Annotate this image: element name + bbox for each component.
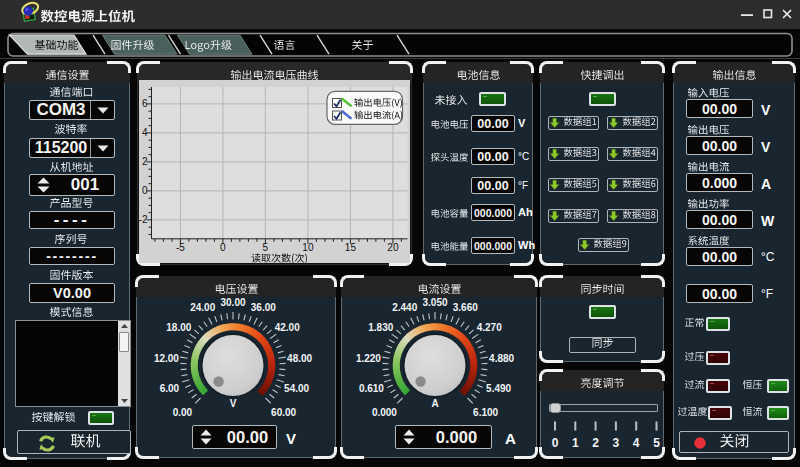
svg-text:3: 3 <box>613 436 620 450</box>
svg-text:0.610: 0.610 <box>359 383 384 394</box>
svg-text:A: A <box>431 398 438 409</box>
svg-text:30.00: 30.00 <box>220 297 245 308</box>
svg-text:0: 0 <box>552 436 559 450</box>
svg-text:20: 20 <box>387 242 399 253</box>
svg-text:5.490: 5.490 <box>486 383 511 394</box>
svg-text:5: 5 <box>653 436 660 450</box>
svg-text:12.00: 12.00 <box>154 353 179 364</box>
svg-text:V: V <box>230 398 237 409</box>
svg-text:2: 2 <box>142 156 148 167</box>
svg-text:1.830: 1.830 <box>368 322 393 333</box>
svg-text:0.000: 0.000 <box>372 407 397 418</box>
svg-text:4.880: 4.880 <box>489 353 514 364</box>
svg-text:15: 15 <box>345 242 357 253</box>
svg-text:36.00: 36.00 <box>251 302 276 313</box>
svg-text:6: 6 <box>142 98 148 109</box>
svg-text:4: 4 <box>633 436 640 450</box>
svg-text:42.00: 42.00 <box>275 322 300 333</box>
svg-text:54.00: 54.00 <box>284 383 309 394</box>
svg-text:2: 2 <box>592 436 599 450</box>
svg-text:-2: -2 <box>139 214 148 225</box>
svg-text:60.00: 60.00 <box>271 407 296 418</box>
svg-text:2.440: 2.440 <box>392 302 417 313</box>
svg-text:10: 10 <box>302 242 314 253</box>
svg-text:24.00: 24.00 <box>190 302 215 313</box>
svg-text:-5: -5 <box>176 242 185 253</box>
svg-text:5: 5 <box>263 242 269 253</box>
svg-text:3.660: 3.660 <box>453 302 478 313</box>
svg-text:0: 0 <box>220 242 226 253</box>
svg-text:0.00: 0.00 <box>173 407 193 418</box>
svg-text:1.220: 1.220 <box>356 353 381 364</box>
svg-text:0: 0 <box>142 185 148 196</box>
svg-text:1: 1 <box>572 436 579 450</box>
svg-text:48.00: 48.00 <box>287 353 312 364</box>
svg-text:4.270: 4.270 <box>477 322 502 333</box>
svg-text:3.050: 3.050 <box>422 297 447 308</box>
svg-text:4: 4 <box>142 127 148 138</box>
svg-text:18.00: 18.00 <box>166 322 191 333</box>
svg-text:6.100: 6.100 <box>473 407 498 418</box>
svg-text:6.00: 6.00 <box>160 383 180 394</box>
